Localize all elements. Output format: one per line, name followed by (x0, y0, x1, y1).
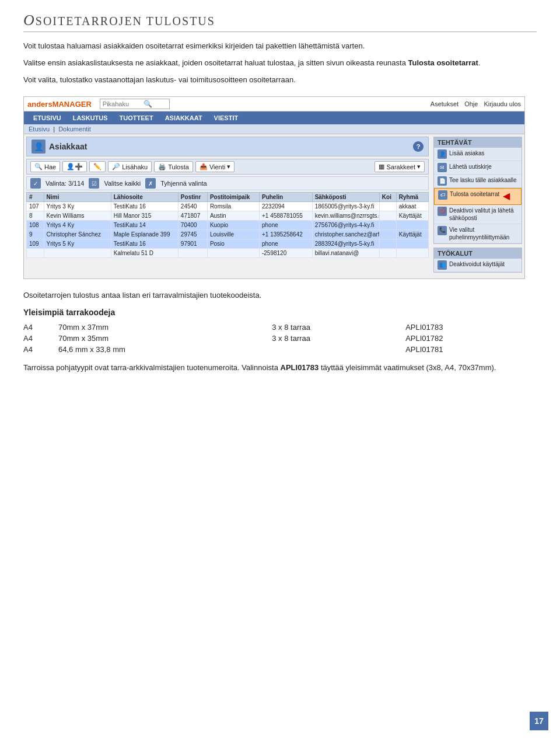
col-sahkoposti: Sähköposti (312, 193, 379, 202)
help-button[interactable]: ? (413, 141, 424, 152)
tyhjenna-label[interactable]: Tyhjennä valinta (160, 180, 207, 187)
table-cell: Romsila (207, 202, 259, 211)
table-cell: Kalmelatu 51 D (111, 249, 178, 258)
tasks-section: TEHTÄVÄT 👤 Lisää asiakas ✉ Lähetä uutisk… (433, 137, 522, 244)
col-koi: Koi (379, 193, 396, 202)
deactivate-icon: 🚫 (438, 207, 447, 216)
label-cell-size: A4 (23, 344, 58, 355)
search-icon: 🔍 (144, 100, 152, 108)
sidebar-item-vie-valitut[interactable]: 📞 Vie valitut puhelinmyyntiliittymään (434, 224, 522, 243)
main-panel: 👤 Asiakkaat ? 🔍 Hae 👤➕ ✏️ 🔎 Lisähak (24, 134, 431, 278)
app-topbar: andersMANAGER 🔍 Asetukset Ohje Kirjaudu … (24, 97, 524, 112)
edit-button[interactable]: ✏️ (89, 161, 106, 172)
col-lahiosoite: Lähiosoite (111, 193, 178, 202)
sidebar-item-deaktivoi[interactable]: 🚫 Deaktivoi valitut ja lähetä sähköposti (434, 205, 522, 224)
add-person-icon: 👤 (438, 149, 447, 159)
search-input[interactable] (103, 100, 144, 107)
data-table: # Nimi Lähiosoite Postinr Postitoimipaik… (26, 192, 429, 258)
search-box[interactable]: 🔍 (100, 99, 170, 109)
vienti-icon: 📤 (200, 163, 208, 170)
table-cell: Hill Manor 315 (111, 211, 178, 221)
table-cell: phone (259, 221, 312, 230)
search-button[interactable]: 🔍 Hae (30, 161, 60, 172)
add-icon: 👤➕ (66, 163, 83, 170)
label-cell-dim: 64,6 mm x 33,8 mm (58, 344, 272, 355)
table-cell: 1865005@yritys-3-ky.fi (312, 202, 379, 211)
table-cell: +1 4588781055 (259, 211, 312, 221)
sidebar-item-deaktivoidut[interactable]: 👥 Deaktivoidut käyttäjät (434, 259, 522, 272)
breadcrumb-dokumentit[interactable]: Dokumentit (58, 126, 91, 133)
tasks-header: TEHTÄVÄT (434, 137, 522, 148)
intro-para2: Valitse ensin asiakaslistauksesta ne asi… (23, 57, 537, 69)
sarakkeet-chevron: ▾ (417, 163, 421, 170)
table-cell: -2598120 (259, 249, 312, 258)
label-row: A464,6 mm x 33,8 mmAPLI01781 (23, 344, 537, 355)
label-print-icon: 🏷 (438, 190, 447, 200)
label-cell-per_sheet: 3 x 8 tarraa (272, 322, 405, 333)
users-icon: 👥 (438, 260, 447, 270)
table-cell: 2232094 (259, 202, 312, 211)
table-cell (396, 249, 428, 258)
edit-icon: ✏️ (93, 163, 102, 170)
lisahaku-button[interactable]: 🔎 Lisähaku (108, 161, 152, 172)
valinta-label: Valinta: 3/114 (46, 180, 84, 187)
topbar-right: Asetukset Ohje Kirjaudu ulos (430, 100, 521, 107)
topbar-settings[interactable]: Asetukset (430, 100, 459, 107)
toolbar: 🔍 Hae 👤➕ ✏️ 🔎 Lisähaku 🖨️ Tulosta (26, 159, 429, 175)
add-button[interactable]: 👤➕ (62, 161, 87, 172)
table-cell (396, 221, 428, 230)
table-cell: Christopher Sánchez (44, 230, 111, 239)
table-cell (379, 239, 396, 249)
selection-icon: ✓ (30, 178, 41, 189)
nav-viestit[interactable]: VIESTIT (208, 112, 244, 124)
table-cell: 109 (27, 239, 44, 249)
intro-para1: Voit tulostaa haluamasi asiakkaiden osoi… (23, 40, 537, 53)
table-cell: TestiKatu 16 (111, 202, 178, 211)
table-cell (379, 211, 396, 221)
label-cell-code: APLI01783 (405, 322, 537, 333)
table-cell: 2883924@yritys-5-ky.fi (312, 239, 379, 249)
col-puhelin: Puhelin (259, 193, 312, 202)
table-cell: akkaat (396, 202, 428, 211)
page-number: 17 (530, 712, 548, 730)
label-cell-per_sheet: 3 x 8 tarraa (272, 333, 405, 344)
labels-table: A470mm x 37mm3 x 8 tarraaAPLI01783A470mm… (23, 322, 537, 355)
page-title: OSOITETARROJEN TULOSTUS (23, 12, 537, 32)
valitse-kaikki-label[interactable]: Valitse kaikki (104, 180, 141, 187)
sidebar-item-lisaa-asiakas[interactable]: 👤 Lisää asiakas (434, 148, 522, 161)
nav-asiakkaat[interactable]: ASIAKKAAT (159, 112, 208, 124)
table-cell: phone (259, 239, 312, 249)
label-cell-code: APLI01781 (405, 344, 537, 355)
after-screenshot-text: Osoitetarrojen tulostus antaa listan eri… (23, 290, 537, 302)
breadcrumb: Etusivu | Dokumentit (24, 124, 524, 134)
tools-section: TYÖKALUT 👥 Deaktivoidut käyttäjät (433, 248, 522, 273)
app-content: 👤 Asiakkaat ? 🔍 Hae 👤➕ ✏️ 🔎 Lisähak (24, 134, 524, 278)
nav-etusivu[interactable]: ETUSIVU (27, 112, 67, 124)
nav-tuotteet[interactable]: TUOTTEET (114, 112, 159, 124)
nav-laskutus[interactable]: LASKUTUS (67, 112, 114, 124)
topbar-help[interactable]: Ohje (464, 100, 478, 107)
col-nimi: Nimi (44, 193, 111, 202)
panel-title: Asiakkaat (49, 142, 410, 151)
table-cell (379, 230, 396, 239)
selection-bar: ✓ Valinta: 3/114 ☑ Valitse kaikki ✗ Tyhj… (26, 176, 429, 190)
sidebar-item-tulosta-osoitetarrat[interactable]: 🏷 Tulosta osoitetarrat ◀ (434, 188, 522, 205)
tulosta-button[interactable]: 🖨️ Tulosta (154, 161, 193, 172)
vienti-button[interactable]: 📤 Vienti ▾ (195, 161, 235, 172)
label-row: A470mm x 35mm3 x 8 tarraaAPLI01782 (23, 333, 537, 344)
right-sidebar: TEHTÄVÄT 👤 Lisää asiakas ✉ Lähetä uutisk… (431, 134, 524, 278)
panel-icon: 👤 (32, 140, 46, 154)
table-cell: Kevin Williams (44, 211, 111, 221)
active-arrow: ◀ (503, 190, 510, 203)
topbar-logout[interactable]: Kirjaudu ulos (484, 100, 521, 107)
tools-header: TYÖKALUT (434, 248, 522, 259)
tulosta-icon: 🖨️ (158, 163, 166, 170)
sarakkeet-button[interactable]: ▦ Sarakkeet ▾ (374, 161, 425, 172)
col-ryhma: Ryhmä (396, 193, 428, 202)
table-cell (178, 249, 207, 258)
sidebar-item-laheta-uutiskirje[interactable]: ✉ Lähetä uutiskirje (434, 161, 522, 175)
table-cell: Käyttäjät (396, 230, 428, 239)
sidebar-item-tee-lasku[interactable]: 📄 Tee lasku tälle asiakkaalle (434, 175, 522, 188)
table-cell: Yritys 5 Ky (44, 239, 111, 249)
breadcrumb-etusivu[interactable]: Etusivu (29, 126, 50, 133)
